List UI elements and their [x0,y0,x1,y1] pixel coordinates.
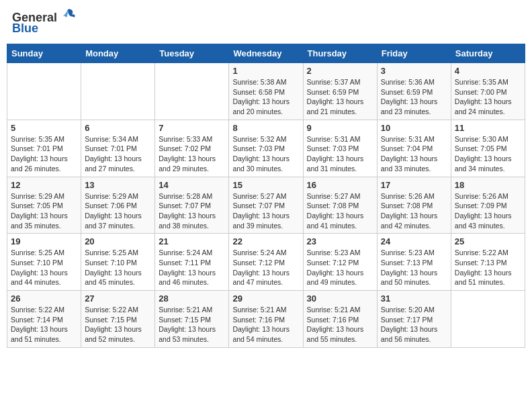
day-info: Sunrise: 5:26 AM Sunset: 7:08 PM Dayligh… [381,191,447,231]
calendar-cell [451,291,525,348]
day-info: Sunrise: 5:30 AM Sunset: 7:05 PM Dayligh… [455,134,521,174]
day-number: 18 [455,180,521,190]
day-info: Sunrise: 5:33 AM Sunset: 7:02 PM Dayligh… [159,134,225,174]
day-info: Sunrise: 5:27 AM Sunset: 7:08 PM Dayligh… [307,191,373,231]
calendar-cell: 20Sunrise: 5:25 AM Sunset: 7:10 PM Dayli… [81,234,155,291]
calendar-cell: 14Sunrise: 5:28 AM Sunset: 7:07 PM Dayli… [155,177,229,234]
day-number: 24 [381,236,447,246]
day-info: Sunrise: 5:21 AM Sunset: 7:15 PM Dayligh… [159,305,225,345]
day-number: 26 [11,293,77,304]
weekday-header-sunday: Sunday [7,44,81,63]
logo-bird-icon [58,7,77,26]
calendar-cell: 17Sunrise: 5:26 AM Sunset: 7:08 PM Dayli… [377,177,451,234]
weekday-header-tuesday: Tuesday [155,44,229,63]
day-info: Sunrise: 5:37 AM Sunset: 6:59 PM Dayligh… [307,77,373,117]
day-info: Sunrise: 5:20 AM Sunset: 7:17 PM Dayligh… [381,305,447,345]
day-info: Sunrise: 5:29 AM Sunset: 7:06 PM Dayligh… [85,191,151,231]
day-info: Sunrise: 5:28 AM Sunset: 7:07 PM Dayligh… [159,191,225,231]
day-info: Sunrise: 5:36 AM Sunset: 6:59 PM Dayligh… [381,77,447,117]
day-info: Sunrise: 5:25 AM Sunset: 7:10 PM Dayligh… [11,248,77,287]
day-info: Sunrise: 5:22 AM Sunset: 7:15 PM Dayligh… [85,305,151,345]
day-info: Sunrise: 5:34 AM Sunset: 7:01 PM Dayligh… [85,134,151,174]
calendar-cell: 21Sunrise: 5:24 AM Sunset: 7:11 PM Dayli… [155,234,229,291]
day-number: 11 [455,123,521,133]
weekday-header-friday: Friday [377,44,451,63]
day-number: 14 [159,180,225,190]
calendar-cell: 31Sunrise: 5:20 AM Sunset: 7:17 PM Dayli… [377,291,451,348]
day-number: 10 [381,123,447,133]
day-info: Sunrise: 5:25 AM Sunset: 7:10 PM Dayligh… [85,248,151,287]
day-info: Sunrise: 5:31 AM Sunset: 7:03 PM Dayligh… [307,134,373,174]
day-info: Sunrise: 5:26 AM Sunset: 7:09 PM Dayligh… [455,191,521,231]
day-info: Sunrise: 5:35 AM Sunset: 7:01 PM Dayligh… [11,134,77,174]
day-info: Sunrise: 5:32 AM Sunset: 7:03 PM Dayligh… [232,134,299,174]
calendar-cell: 30Sunrise: 5:21 AM Sunset: 7:16 PM Dayli… [303,291,377,348]
day-number: 13 [85,180,151,190]
day-info: Sunrise: 5:29 AM Sunset: 7:05 PM Dayligh… [11,191,77,231]
day-number: 29 [232,293,299,304]
calendar-cell [7,63,81,120]
calendar-cell [81,63,155,120]
day-number: 17 [381,180,447,190]
day-number: 5 [11,123,77,133]
page-header: General Blue [7,7,525,38]
calendar-cell: 12Sunrise: 5:29 AM Sunset: 7:05 PM Dayli… [7,177,81,234]
day-number: 20 [85,236,151,246]
calendar-cell: 9Sunrise: 5:31 AM Sunset: 7:03 PM Daylig… [303,120,377,177]
calendar-cell: 1Sunrise: 5:38 AM Sunset: 6:58 PM Daylig… [229,63,303,120]
day-number: 21 [159,236,225,246]
day-info: Sunrise: 5:23 AM Sunset: 7:12 PM Dayligh… [307,248,373,287]
weekday-header-monday: Monday [81,44,155,63]
calendar-week-row: 5Sunrise: 5:35 AM Sunset: 7:01 PM Daylig… [7,120,525,177]
calendar-cell: 4Sunrise: 5:35 AM Sunset: 7:00 PM Daylig… [451,63,525,120]
day-number: 27 [85,293,151,304]
calendar-week-row: 12Sunrise: 5:29 AM Sunset: 7:05 PM Dayli… [7,177,525,234]
calendar-cell: 8Sunrise: 5:32 AM Sunset: 7:03 PM Daylig… [229,120,303,177]
weekday-header-row: SundayMondayTuesdayWednesdayThursdayFrid… [7,44,525,63]
day-number: 19 [11,236,77,246]
calendar-cell: 5Sunrise: 5:35 AM Sunset: 7:01 PM Daylig… [7,120,81,177]
day-number: 25 [455,236,521,246]
day-number: 28 [159,293,225,304]
calendar-cell: 29Sunrise: 5:21 AM Sunset: 7:16 PM Dayli… [229,291,303,348]
calendar-cell: 7Sunrise: 5:33 AM Sunset: 7:02 PM Daylig… [155,120,229,177]
weekday-header-wednesday: Wednesday [229,44,303,63]
day-number: 7 [159,123,225,133]
day-info: Sunrise: 5:21 AM Sunset: 7:16 PM Dayligh… [232,305,299,345]
calendar-cell: 23Sunrise: 5:23 AM Sunset: 7:12 PM Dayli… [303,234,377,291]
day-number: 30 [307,293,373,304]
calendar-cell [155,63,229,120]
day-number: 8 [232,123,299,133]
calendar-cell: 28Sunrise: 5:21 AM Sunset: 7:15 PM Dayli… [155,291,229,348]
weekday-header-saturday: Saturday [451,44,525,63]
calendar-cell: 19Sunrise: 5:25 AM Sunset: 7:10 PM Dayli… [7,234,81,291]
calendar-cell: 16Sunrise: 5:27 AM Sunset: 7:08 PM Dayli… [303,177,377,234]
day-number: 1 [232,66,299,76]
day-number: 4 [455,66,521,76]
day-info: Sunrise: 5:22 AM Sunset: 7:14 PM Dayligh… [11,305,77,345]
day-number: 9 [307,123,373,133]
day-info: Sunrise: 5:31 AM Sunset: 7:04 PM Dayligh… [381,134,447,174]
calendar-week-row: 19Sunrise: 5:25 AM Sunset: 7:10 PM Dayli… [7,234,525,291]
calendar-cell: 11Sunrise: 5:30 AM Sunset: 7:05 PM Dayli… [451,120,525,177]
day-number: 15 [232,180,299,190]
day-number: 23 [307,236,373,246]
calendar-cell: 27Sunrise: 5:22 AM Sunset: 7:15 PM Dayli… [81,291,155,348]
logo: General Blue [12,9,77,36]
calendar-cell: 10Sunrise: 5:31 AM Sunset: 7:04 PM Dayli… [377,120,451,177]
day-info: Sunrise: 5:24 AM Sunset: 7:12 PM Dayligh… [232,248,299,287]
calendar-cell: 24Sunrise: 5:23 AM Sunset: 7:13 PM Dayli… [377,234,451,291]
day-number: 12 [11,180,77,190]
calendar-cell: 2Sunrise: 5:37 AM Sunset: 6:59 PM Daylig… [303,63,377,120]
calendar-cell: 13Sunrise: 5:29 AM Sunset: 7:06 PM Dayli… [81,177,155,234]
logo-blue: Blue [12,21,38,36]
day-info: Sunrise: 5:24 AM Sunset: 7:11 PM Dayligh… [159,248,225,287]
calendar-cell: 15Sunrise: 5:27 AM Sunset: 7:07 PM Dayli… [229,177,303,234]
calendar-cell: 25Sunrise: 5:22 AM Sunset: 7:13 PM Dayli… [451,234,525,291]
day-number: 22 [232,236,299,246]
day-number: 31 [381,293,447,304]
calendar-cell: 18Sunrise: 5:26 AM Sunset: 7:09 PM Dayli… [451,177,525,234]
day-info: Sunrise: 5:38 AM Sunset: 6:58 PM Dayligh… [232,77,299,117]
day-info: Sunrise: 5:27 AM Sunset: 7:07 PM Dayligh… [232,191,299,231]
day-info: Sunrise: 5:35 AM Sunset: 7:00 PM Dayligh… [455,77,521,117]
